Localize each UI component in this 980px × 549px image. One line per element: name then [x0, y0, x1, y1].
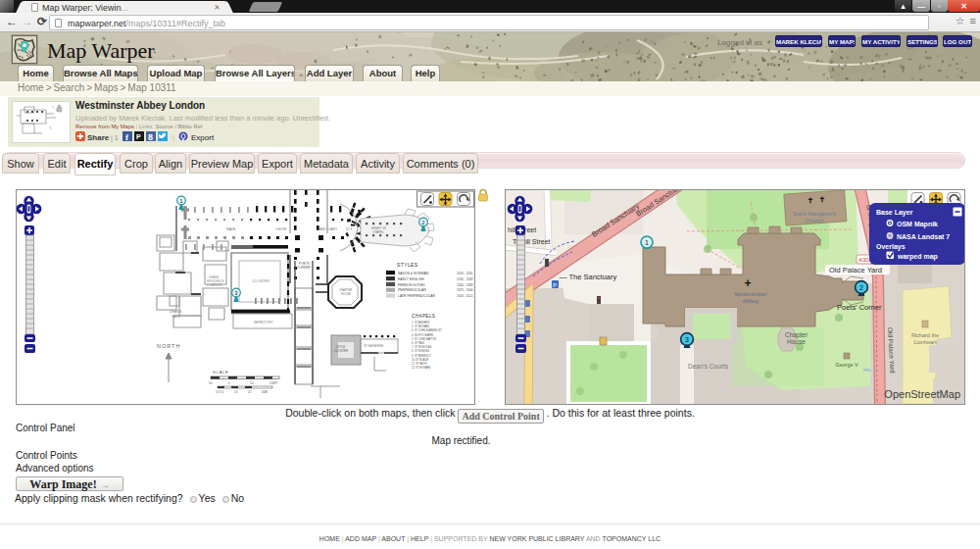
svg-text:P: P [553, 282, 557, 288]
svg-text:100FT: 100FT [270, 381, 278, 385]
svg-text:CHAPELS: CHAPELS [412, 314, 435, 319]
svg-text:3: 3 [685, 336, 689, 343]
svg-text:1055 - 1130: 1055 - 1130 [457, 272, 473, 275]
svg-text:OpenStreetMap: OpenStreetMap [884, 388, 960, 400]
svg-text:Share: Share [87, 133, 110, 142]
svg-text:2: 2 [859, 284, 863, 291]
svg-text:1245 - 1269: 1245 - 1269 [457, 277, 473, 281]
svg-text:ST E: ST E [346, 227, 353, 231]
svg-text:20: 20 [248, 390, 252, 394]
svg-text:CLOISTER: CLOISTER [334, 349, 348, 353]
svg-text:Export: Export [191, 133, 215, 142]
svg-text:|: | [172, 134, 174, 142]
svg-text:11. ST FAITH: 11. ST FAITH [412, 362, 427, 366]
svg-text:8: 8 [148, 132, 153, 142]
svg-text:House: House [787, 338, 806, 345]
svg-text:10 5 0: 10 5 0 [216, 390, 224, 394]
svg-text:✝: ✝ [819, 195, 825, 204]
svg-text:9. ST BENEDICT: 9. ST BENEDICT [412, 354, 431, 358]
svg-text:FRENCH GOTHIC: FRENCH GOTHIC [398, 283, 426, 287]
svg-text:George V: George V [835, 362, 858, 368]
svg-text:1375 - 1506: 1375 - 1506 [457, 288, 473, 292]
svg-text:Church: Church [805, 218, 823, 224]
svg-text:1500 - 1512: 1500 - 1512 [457, 294, 473, 298]
svg-text:SAXON & NORMAN: SAXON & NORMAN [398, 272, 429, 275]
svg-text:PERPENDICULAR: PERPENDICULAR [398, 288, 426, 292]
svg-text:YARD: YARD [172, 315, 181, 319]
svg-text:✝: ✝ [808, 196, 813, 205]
svg-text:12. ST EDWARD: 12. ST EDWARD [412, 366, 431, 370]
svg-text:SCALE: SCALE [213, 370, 228, 374]
svg-text:Dean's Courts: Dean's Courts [688, 363, 729, 370]
svg-text:2. ST MICHAEL: 2. ST MICHAEL [412, 324, 430, 328]
svg-text:Lionheart: Lionheart [914, 339, 937, 345]
svg-text:30M: 30M [262, 390, 268, 394]
svg-text:1: 1 [645, 239, 649, 246]
svg-text:CHAPEL: CHAPEL [372, 230, 384, 234]
svg-text:NASA Landsat 7: NASA Landsat 7 [897, 233, 950, 240]
svg-text:NAVE: NAVE [226, 227, 236, 231]
svg-text:CORNER: CORNER [297, 266, 312, 270]
svg-text:HOUSE: HOUSE [341, 292, 351, 296]
svg-text:EARLY ENGLISH: EARLY ENGLISH [398, 277, 424, 281]
svg-text:Richard the: Richard the [911, 332, 939, 338]
svg-text:1260 - 1269: 1260 - 1269 [457, 283, 473, 287]
svg-text:CLOISTER: CLOISTER [252, 279, 270, 283]
svg-text:CHOIR: CHOIR [275, 227, 287, 231]
svg-text:Old Palace Yard: Old Palace Yard [829, 266, 882, 274]
svg-text:10. ST BLAIZE: 10. ST BLAIZE [412, 358, 429, 362]
svg-text:1. ST ANDREW: 1. ST ANDREW [412, 321, 430, 324]
svg-text:+: + [744, 276, 751, 290]
svg-text:| 1: | 1 [111, 134, 119, 142]
svg-text:Saint Margaret's: Saint Margaret's [793, 211, 836, 217]
svg-text:50: 50 [250, 381, 254, 385]
svg-text:Abbey: Abbey [742, 298, 759, 304]
svg-text:ST KATHERINE: ST KATHERINE [364, 344, 383, 348]
svg-text:7. ST NICHOLAS: 7. ST NICHOLAS [412, 345, 431, 349]
svg-text:4. ISLIP'S CHAPEL: 4. ISLIP'S CHAPEL [412, 333, 434, 337]
svg-text:10: 10 [234, 390, 238, 394]
svg-text:3. ST JOHN EVANGELIST: 3. ST JOHN EVANGELIST [412, 328, 442, 332]
svg-text:8. ST EDMUND: 8. ST EDMUND [412, 349, 429, 353]
svg-text:Ho...: Ho... [863, 367, 876, 373]
svg-text:REFECTORY: REFECTORY [254, 321, 273, 324]
svg-text:Base Layer: Base Layer [876, 209, 913, 217]
svg-text:LATE PERPENDICULAR: LATE PERPENDICULAR [398, 294, 436, 298]
svg-text:6. ST PAUL: 6. ST PAUL [412, 341, 425, 345]
svg-text:DEAN'S: DEAN'S [170, 310, 182, 314]
svg-text:STYLES: STYLES [397, 262, 418, 268]
svg-text:warped map: warped map [897, 253, 938, 261]
svg-text:& GARDEN: & GARDEN [207, 283, 222, 287]
svg-text:5. ST JOHN BAPTIST: 5. ST JOHN BAPTIST [412, 337, 437, 341]
svg-text:NORTH: NORTH [157, 343, 180, 349]
svg-text:Westminster: Westminster [734, 291, 766, 297]
svg-text:P: P [136, 133, 141, 140]
svg-text:Overlays: Overlays [876, 243, 906, 251]
svg-text:— The Sanctuary: — The Sanctuary [560, 273, 616, 281]
svg-text:Poets' Corner: Poets' Corner [837, 303, 882, 312]
svg-text:50: 50 [209, 381, 213, 385]
svg-text:OSM Mapnik: OSM Mapnik [897, 221, 938, 228]
